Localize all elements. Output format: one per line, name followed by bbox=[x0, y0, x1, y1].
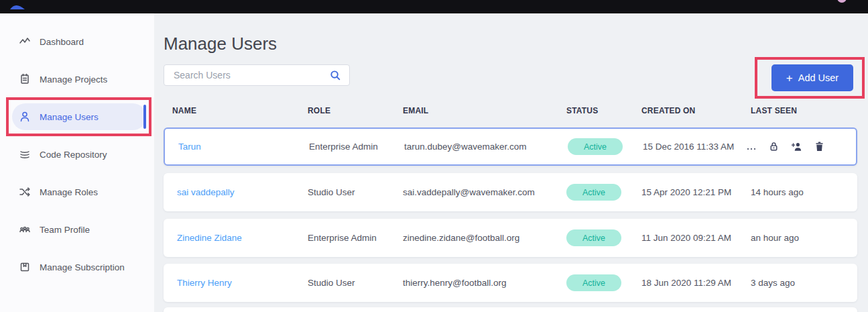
status-badge: Active bbox=[566, 274, 621, 291]
column-header-status: STATUS bbox=[566, 106, 641, 115]
sidebar-item-label: Dashboard bbox=[40, 37, 84, 47]
table-row[interactable]: sai vaddepally Studio User sai.vaddepall… bbox=[164, 173, 857, 211]
search-input[interactable] bbox=[172, 69, 330, 81]
last-seen: 3 days ago bbox=[751, 278, 857, 288]
column-header-created-on: CREATED ON bbox=[641, 106, 751, 115]
created-on: 11 Jun 2020 09:21 AM bbox=[641, 233, 751, 243]
sidebar-item-manage-projects[interactable]: Manage Projects bbox=[12, 66, 146, 93]
more-icon[interactable] bbox=[746, 142, 757, 152]
shuffle-icon bbox=[19, 186, 31, 198]
sidebar-item-code-repository[interactable]: Code Repository bbox=[12, 141, 146, 168]
clipboard-icon bbox=[19, 73, 31, 85]
column-header-name: NAME bbox=[164, 106, 308, 115]
status-badge: Active bbox=[566, 229, 621, 246]
lock-icon[interactable] bbox=[768, 141, 780, 152]
sidebar-item-manage-users[interactable]: Manage Users bbox=[12, 103, 146, 130]
active-indicator-bar bbox=[143, 105, 146, 129]
status-badge: Active bbox=[568, 138, 623, 155]
bookmark-box-icon bbox=[19, 261, 31, 273]
last-seen: 14 hours ago bbox=[751, 187, 857, 197]
page-title: Manage Users bbox=[164, 34, 277, 54]
add-user-button[interactable]: + Add User bbox=[771, 64, 853, 91]
sidebar-item-label: Manage Users bbox=[40, 112, 99, 122]
search-icon[interactable] bbox=[330, 70, 341, 81]
team-icon bbox=[19, 223, 31, 236]
column-header-last-seen: LAST SEEN bbox=[751, 106, 857, 115]
search-box bbox=[164, 64, 350, 86]
created-on: 15 Apr 2020 12:21 PM bbox=[641, 187, 751, 197]
sidebar-item-label: Manage Subscription bbox=[40, 262, 125, 272]
user-email: zinedine.zidane@football.org bbox=[403, 233, 566, 243]
sidebar-item-label: Manage Projects bbox=[40, 74, 107, 85]
user-name-link[interactable]: Tarun bbox=[165, 142, 309, 152]
top-bar bbox=[0, 0, 868, 13]
column-header-email: EMAIL bbox=[403, 106, 566, 115]
user-name-link[interactable]: Thierry Henry bbox=[164, 278, 308, 288]
table-header: NAME ROLE EMAIL STATUS CREATED ON LAST S… bbox=[164, 104, 857, 117]
last-seen: an hour ago bbox=[751, 233, 857, 243]
user-email: tarun.dubey@wavemaker.com bbox=[404, 142, 568, 152]
user-email: sai.vaddepally@wavemaker.com bbox=[403, 187, 566, 197]
user-email: thierry.henry@football.org bbox=[403, 278, 566, 288]
sidebar-item-label: Code Repository bbox=[40, 150, 107, 160]
created-on: 15 Dec 2016 11:33 AM bbox=[643, 142, 752, 152]
sidebar-item-label: Manage Roles bbox=[40, 187, 98, 197]
table-row[interactable]: Tarun Enterprise Admin tarun.dubey@wavem… bbox=[164, 127, 857, 166]
user-name-link[interactable]: Zinedine Zidane bbox=[164, 233, 308, 243]
plus-icon: + bbox=[786, 72, 793, 84]
sidebar-item-dashboard[interactable]: Dashboard bbox=[12, 28, 146, 55]
add-user-label: Add User bbox=[798, 72, 839, 83]
sidebar: Dashboard Manage Projects Manage Users C… bbox=[0, 13, 154, 312]
table-row[interactable] bbox=[164, 307, 857, 312]
user-role: Studio User bbox=[308, 187, 403, 197]
sidebar-item-team-profile[interactable]: Team Profile bbox=[12, 216, 146, 243]
created-on: 18 Jun 2020 11:29 AM bbox=[641, 278, 751, 288]
sidebar-item-label: Team Profile bbox=[40, 225, 90, 235]
wavemaker-logo-sliver bbox=[9, 0, 26, 12]
user-name-link[interactable]: sai vaddepally bbox=[164, 187, 308, 197]
user-role: Enterprise Admin bbox=[308, 233, 403, 243]
row-actions bbox=[746, 141, 856, 152]
user-role: Enterprise Admin bbox=[309, 142, 404, 152]
delete-icon[interactable] bbox=[814, 141, 824, 152]
sidebar-item-manage-subscription[interactable]: Manage Subscription bbox=[12, 254, 146, 280]
add-user-icon[interactable] bbox=[791, 141, 803, 152]
column-header-role: ROLE bbox=[308, 106, 403, 115]
stack-icon bbox=[19, 148, 31, 160]
status-badge: Active bbox=[566, 184, 621, 201]
table-row[interactable]: Thierry Henry Studio User thierry.henry@… bbox=[164, 264, 857, 302]
table-row[interactable]: Zinedine Zidane Enterprise Admin zinedin… bbox=[164, 219, 857, 257]
user-icon bbox=[19, 111, 31, 123]
pulse-icon bbox=[19, 36, 31, 48]
sidebar-item-manage-roles[interactable]: Manage Roles bbox=[12, 178, 146, 205]
user-role: Studio User bbox=[308, 278, 403, 288]
